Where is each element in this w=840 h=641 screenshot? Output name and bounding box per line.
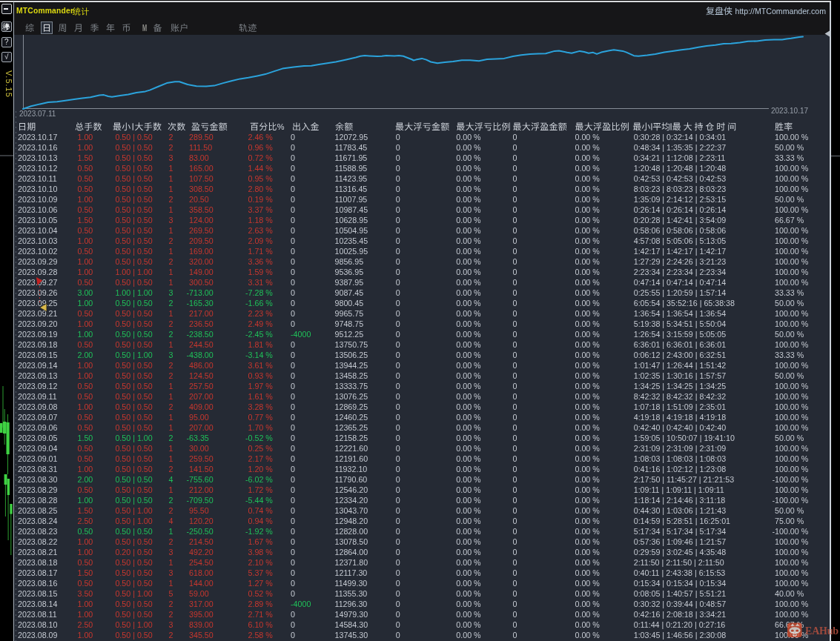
svg-text:%: % (277, 122, 285, 131)
